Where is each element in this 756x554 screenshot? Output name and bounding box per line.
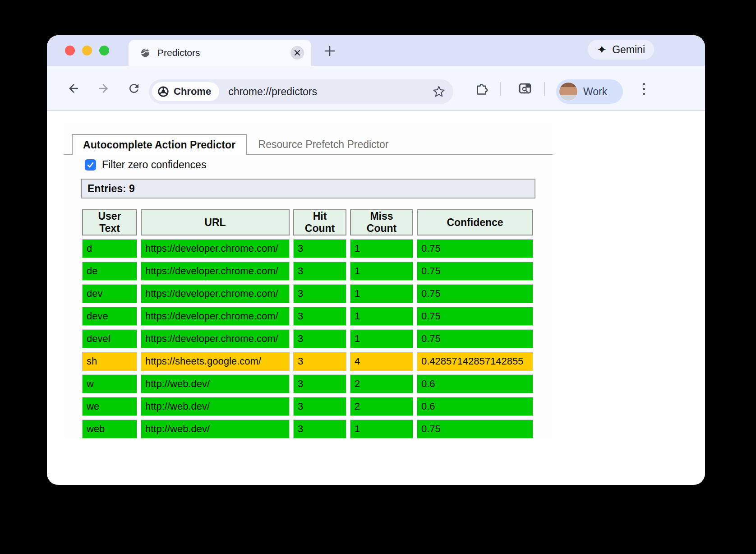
profile-button[interactable]: Work	[556, 79, 623, 104]
cell-hit-count: 3	[293, 329, 346, 348]
cell-user-text: de	[82, 262, 137, 281]
star-icon	[433, 85, 445, 98]
cell-miss-count: 4	[350, 352, 413, 371]
cell-miss-count: 1	[350, 420, 413, 439]
globe-icon	[140, 48, 150, 58]
entries-header: Entries: 9	[81, 179, 535, 199]
bookmark-button[interactable]	[433, 85, 445, 98]
header-row: User Text URL Hit Count Miss Count Confi…	[82, 209, 533, 235]
tab-close-button[interactable]	[290, 46, 304, 60]
arrow-back-icon	[67, 82, 80, 95]
puzzle-icon	[475, 81, 489, 96]
cell-confidence: 0.75	[417, 262, 533, 281]
cell-confidence: 0.75	[417, 284, 533, 303]
cell-miss-count: 1	[350, 329, 413, 348]
menu-button[interactable]	[637, 80, 650, 97]
cell-url: https://sheets.google.com/	[141, 352, 290, 371]
cell-hit-count: 3	[293, 352, 346, 371]
filter-zero-confidences-checkbox[interactable]	[85, 159, 96, 171]
table-row: dehttps://developer.chrome.com/310.75	[82, 262, 533, 281]
cell-miss-count: 2	[350, 397, 413, 416]
cell-hit-count: 3	[293, 262, 346, 281]
avatar	[559, 82, 578, 101]
side-panel-search-icon	[518, 81, 532, 96]
tab-strip: Predictors ✦ Gemini	[47, 35, 705, 66]
check-icon	[87, 161, 94, 169]
column-confidence: Confidence	[417, 209, 533, 235]
extensions-button[interactable]	[475, 81, 489, 96]
cell-url: https://developer.chrome.com/	[141, 262, 290, 281]
address-bar[interactable]: Chrome chrome://predictors	[149, 79, 453, 104]
cell-miss-count: 1	[350, 307, 413, 326]
back-button[interactable]	[66, 81, 81, 96]
cell-confidence: 0.75	[417, 239, 533, 258]
cell-miss-count: 1	[350, 239, 413, 258]
filter-label: Filter zero confidences	[102, 159, 206, 171]
cell-user-text: w	[82, 374, 137, 393]
cell-hit-count: 3	[293, 284, 346, 303]
filter-row: Filter zero confidences	[85, 159, 206, 171]
cell-user-text: devel	[82, 329, 137, 348]
traffic-lights	[65, 46, 109, 55]
cell-confidence: 0.75	[417, 420, 533, 439]
cell-hit-count: 3	[293, 397, 346, 416]
predictor-table: User Text URL Hit Count Miss Count Confi…	[78, 206, 537, 442]
cell-url: http://web.dev/	[141, 374, 290, 393]
column-url: URL	[141, 209, 290, 235]
cell-user-text: sh	[82, 352, 137, 371]
new-tab-button[interactable]	[323, 44, 337, 58]
cell-confidence: 0.42857142857142855	[417, 352, 533, 371]
table-row: webhttp://web.dev/310.75	[82, 420, 533, 439]
cell-url: http://web.dev/	[141, 397, 290, 416]
tab-title: Predictors	[157, 47, 290, 58]
page-viewport: Autocomplete Action Predictor Resource P…	[47, 111, 705, 484]
site-chip-label: Chrome	[174, 86, 211, 97]
reload-icon	[127, 82, 141, 95]
browser-window: Predictors ✦ Gemini	[47, 35, 705, 485]
table-row: dhttps://developer.chrome.com/310.75	[82, 239, 533, 258]
close-icon	[294, 50, 300, 56]
column-user-text: User Text	[82, 209, 137, 235]
cell-url: https://developer.chrome.com/	[141, 307, 290, 326]
column-miss-count: Miss Count	[350, 209, 413, 235]
zoom-window-button[interactable]	[99, 46, 109, 55]
reload-button[interactable]	[127, 81, 141, 96]
side-panel-button[interactable]	[518, 81, 532, 96]
plus-icon	[324, 45, 336, 57]
close-window-button[interactable]	[65, 46, 75, 55]
predictor-table-head: User Text URL Hit Count Miss Count Confi…	[82, 209, 533, 235]
cell-miss-count: 1	[350, 262, 413, 281]
cell-hit-count: 3	[293, 374, 346, 393]
cell-confidence: 0.75	[417, 329, 533, 348]
cell-miss-count: 1	[350, 284, 413, 303]
cell-url: https://developer.chrome.com/	[141, 329, 290, 348]
table-row: devehttps://developer.chrome.com/310.75	[82, 307, 533, 326]
cell-hit-count: 3	[293, 307, 346, 326]
cell-user-text: web	[82, 420, 137, 439]
tab-resource-prefetch-predictor[interactable]: Resource Prefetch Predictor	[247, 134, 400, 155]
gemini-sparkle-icon: ✦	[597, 44, 607, 55]
gemini-button[interactable]: ✦ Gemini	[588, 40, 654, 60]
cell-confidence: 0.6	[417, 397, 533, 416]
forward-button[interactable]	[96, 81, 111, 96]
cell-hit-count: 3	[293, 420, 346, 439]
tab-autocomplete-action-predictor[interactable]: Autocomplete Action Predictor	[72, 134, 247, 155]
cell-url: https://developer.chrome.com/	[141, 239, 290, 258]
column-hit-count: Hit Count	[293, 209, 346, 235]
table-row: develhttps://developer.chrome.com/310.75	[82, 329, 533, 348]
cell-confidence: 0.75	[417, 307, 533, 326]
cell-user-text: deve	[82, 307, 137, 326]
table-row: whttp://web.dev/320.6	[82, 374, 533, 393]
cell-user-text: we	[82, 397, 137, 416]
toolbar-divider	[500, 82, 501, 96]
site-chip[interactable]: Chrome	[152, 82, 219, 101]
chrome-logo-icon	[157, 86, 169, 97]
toolbar-divider	[544, 82, 545, 96]
browser-toolbar: Chrome chrome://predictors	[47, 66, 705, 111]
predictors-content: Autocomplete Action Predictor Resource P…	[64, 122, 553, 439]
browser-tab[interactable]: Predictors	[129, 40, 311, 66]
kebab-icon	[643, 83, 645, 85]
cell-confidence: 0.6	[417, 374, 533, 393]
predictor-table-body: dhttps://developer.chrome.com/310.75deht…	[82, 239, 533, 439]
minimize-window-button[interactable]	[82, 46, 92, 55]
